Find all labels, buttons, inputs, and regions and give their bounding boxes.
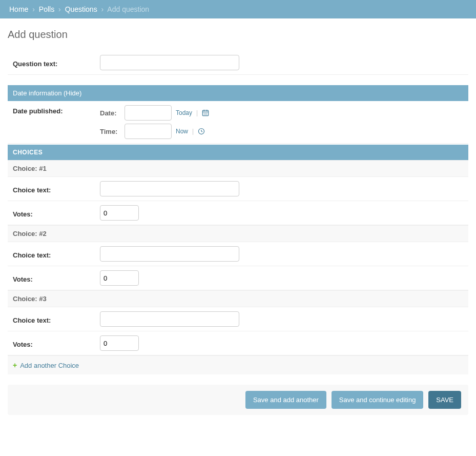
choice-text-input[interactable] — [100, 311, 239, 327]
breadcrumb: Home › Polls › Questions › Add question — [0, 0, 476, 18]
choice-text-label: Choice text: — [13, 314, 100, 324]
today-link[interactable]: Today — [176, 109, 192, 116]
date-information-module: Date information (Hide) Date published: … — [8, 85, 468, 144]
pipe-separator: | — [192, 128, 194, 135]
choice-text-label: Choice text: — [13, 249, 100, 259]
date-information-hide-link[interactable]: (Hide) — [64, 89, 81, 97]
choice-votes-input[interactable] — [100, 335, 139, 351]
date-information-header: Date information (Hide) — [8, 85, 468, 101]
time-row: Time: Now | — [100, 124, 209, 139]
add-choice-row: + Add another Choice — [8, 355, 468, 374]
choice-heading: Choice: #1 — [8, 160, 468, 177]
choice-votes-label: Votes: — [13, 208, 100, 218]
choice-votes-input[interactable] — [100, 205, 139, 221]
choice-text-input[interactable] — [100, 181, 239, 196]
choice-votes-input[interactable] — [100, 270, 139, 286]
date-published-row: Date published: Date: Today | Time: Now … — [8, 101, 468, 144]
svg-point-8 — [205, 114, 206, 115]
plus-icon: + — [13, 362, 17, 369]
breadcrumb-separator: › — [32, 5, 35, 13]
breadcrumb-separator: › — [101, 5, 104, 13]
svg-point-9 — [206, 114, 208, 115]
choice-inline: Choice: #1Choice text:Votes: — [8, 160, 468, 225]
breadcrumb-polls[interactable]: Polls — [39, 5, 54, 13]
breadcrumb-separator: › — [58, 5, 61, 13]
choice-votes-row: Votes: — [8, 331, 468, 355]
calendar-icon[interactable] — [202, 109, 209, 116]
add-another-choice-link[interactable]: + Add another Choice — [13, 362, 79, 369]
time-sublabel: Time: — [100, 128, 120, 135]
question-text-input[interactable] — [100, 55, 239, 70]
choice-text-row: Choice text: — [8, 242, 468, 266]
svg-point-6 — [206, 113, 208, 114]
date-published-label: Date published: — [13, 105, 100, 115]
choice-votes-label: Votes: — [13, 273, 100, 283]
breadcrumb-current: Add question — [107, 5, 149, 13]
time-input[interactable] — [125, 124, 172, 139]
submit-row — [8, 385, 468, 415]
clock-icon[interactable] — [198, 128, 205, 135]
breadcrumb-questions[interactable]: Questions — [65, 5, 97, 13]
pipe-separator: | — [196, 109, 198, 116]
choice-heading: Choice: #3 — [8, 290, 468, 307]
date-row: Date: Today | — [100, 105, 209, 121]
choice-text-row: Choice text: — [8, 177, 468, 201]
now-link[interactable]: Now — [176, 128, 188, 135]
page-title: Add question — [8, 29, 468, 41]
date-sublabel: Date: — [100, 109, 120, 117]
question-text-label: Question text: — [13, 58, 100, 68]
choice-text-label: Choice text: — [13, 184, 100, 194]
question-text-row: Question text: — [8, 51, 468, 75]
choice-inline: Choice: #3Choice text:Votes: — [8, 290, 468, 355]
choice-inline: Choice: #2Choice text:Votes: — [8, 225, 468, 290]
svg-point-4 — [204, 113, 205, 114]
choice-votes-label: Votes: — [13, 339, 100, 348]
add-another-choice-label: Add another Choice — [20, 362, 79, 369]
choices-header: CHOICES — [8, 145, 468, 160]
date-input[interactable] — [125, 105, 172, 121]
date-information-title: Date information — [13, 89, 64, 97]
choice-heading: Choice: #2 — [8, 225, 468, 242]
choice-votes-row: Votes: — [8, 266, 468, 290]
svg-line-12 — [201, 131, 202, 132]
save-button[interactable] — [428, 391, 461, 409]
svg-point-7 — [204, 114, 205, 115]
choices-group: CHOICES Choice: #1Choice text:Votes:Choi… — [8, 145, 468, 374]
save-add-another-button[interactable] — [245, 391, 326, 409]
breadcrumb-home[interactable]: Home — [9, 5, 28, 13]
choice-text-input[interactable] — [100, 246, 239, 262]
svg-point-5 — [205, 113, 206, 114]
choice-text-row: Choice text: — [8, 307, 468, 331]
save-continue-editing-button[interactable] — [332, 391, 424, 409]
content: Add question Question text: Date informa… — [0, 18, 476, 415]
choice-votes-row: Votes: — [8, 201, 468, 225]
